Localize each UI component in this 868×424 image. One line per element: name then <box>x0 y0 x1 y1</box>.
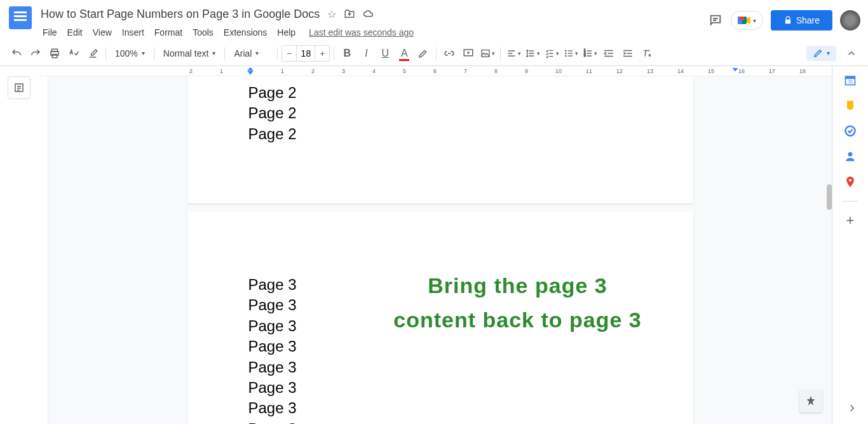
document-page-2[interactable]: Page 2Page 2Page 2 <box>187 76 693 203</box>
document-text-line[interactable]: Page 2 <box>248 124 632 144</box>
toolbar-separator <box>154 47 154 60</box>
svg-point-8 <box>565 50 567 51</box>
add-addon-button[interactable]: + <box>844 214 857 227</box>
toolbar-separator <box>224 47 225 60</box>
toolbar-separator <box>436 47 437 60</box>
menu-extensions[interactable]: Extensions <box>219 25 271 40</box>
keep-icon[interactable] <box>844 99 857 112</box>
hide-side-panel-button[interactable] <box>846 402 858 414</box>
toolbar-separator <box>105 47 106 60</box>
increase-indent-button[interactable] <box>619 44 637 62</box>
decrease-indent-button[interactable] <box>600 44 618 62</box>
paragraph-style-select[interactable]: Normal text <box>158 46 221 61</box>
menu-tools[interactable]: Tools <box>188 25 218 40</box>
ruler-tick: 16 <box>738 68 769 74</box>
vertical-ruler[interactable] <box>38 76 48 424</box>
undo-button[interactable] <box>8 44 25 62</box>
pages-container: Page 2Page 2Page 2 Page 3Page 3Page 3Pag… <box>38 76 832 424</box>
menu-help[interactable]: Help <box>273 25 300 40</box>
document-title[interactable]: How to Start Page Numbers on Page 3 in G… <box>38 6 322 22</box>
ruler-tick: 8 <box>494 68 525 74</box>
text-color-button[interactable]: A <box>395 44 413 62</box>
move-icon[interactable] <box>344 8 355 20</box>
document-page-3[interactable]: Page 3Page 3Page 3Page 3Page 3Page 3Page… <box>187 211 693 424</box>
zoom-select[interactable]: 100% <box>110 46 150 61</box>
scrollbar-thumb[interactable] <box>827 184 832 210</box>
title-area: How to Start Page Numbers on Page 3 in G… <box>38 5 708 40</box>
star-icon[interactable]: ☆ <box>327 8 336 20</box>
svg-text:3: 3 <box>584 54 586 57</box>
lock-icon <box>783 16 792 25</box>
paint-format-button[interactable] <box>84 44 102 62</box>
share-button[interactable]: Share <box>771 10 832 31</box>
menu-edit[interactable]: Edit <box>63 25 87 40</box>
ruler-tick: 6 <box>433 68 464 74</box>
document-text-line[interactable]: Page 2 <box>248 83 632 103</box>
calendar-icon[interactable]: 31 <box>844 74 857 86</box>
ruler-tick: 1 <box>281 68 311 74</box>
docs-logo[interactable] <box>8 5 33 31</box>
cloud-status-icon[interactable] <box>363 8 374 20</box>
show-outline-button[interactable] <box>8 76 31 99</box>
chevron-down-icon: ▾ <box>827 50 830 57</box>
increase-font-button[interactable]: + <box>315 46 329 61</box>
annotation-line: Bring the page 3 <box>372 268 664 303</box>
document-text-line[interactable]: Page 3 <box>248 357 632 378</box>
hide-menus-button[interactable] <box>843 44 860 62</box>
ruler-tick: 11 <box>586 68 616 74</box>
insert-link-button[interactable] <box>440 44 458 62</box>
font-size-control: − + <box>281 45 330 62</box>
document-text-line[interactable]: Page 2 <box>248 103 632 123</box>
tasks-icon[interactable] <box>844 125 857 137</box>
editing-mode-button[interactable]: ▾ <box>806 46 836 61</box>
line-spacing-button[interactable] <box>524 44 541 62</box>
ruler-tick: 17 <box>769 68 799 74</box>
document-scroll-area[interactable]: 21123456789101112131415161718 Page 2Page… <box>38 66 832 424</box>
ruler-tick: 2 <box>189 68 220 74</box>
document-text-line[interactable]: Page 3 <box>248 419 632 424</box>
font-size-input[interactable] <box>296 46 315 61</box>
meet-button[interactable]: ▾ <box>731 11 763 30</box>
document-text-line[interactable]: Page 3 <box>248 378 632 398</box>
bold-button[interactable]: B <box>338 44 356 62</box>
svg-rect-13 <box>568 55 573 56</box>
menu-format[interactable]: Format <box>150 25 187 40</box>
print-button[interactable] <box>46 44 64 62</box>
outline-panel <box>0 66 38 424</box>
horizontal-ruler[interactable]: 21123456789101112131415161718 <box>38 66 832 76</box>
contacts-icon[interactable] <box>844 150 857 163</box>
bulleted-list-button[interactable] <box>562 44 580 62</box>
spellcheck-button[interactable] <box>65 44 83 62</box>
checklist-button[interactable] <box>543 44 560 62</box>
toolbar-separator <box>277 47 278 60</box>
underline-button[interactable]: U <box>376 44 394 62</box>
menu-insert[interactable]: Insert <box>118 25 149 40</box>
font-select[interactable]: Arial <box>229 46 273 61</box>
highlight-button[interactable] <box>414 44 432 62</box>
align-button[interactable] <box>505 44 522 62</box>
ruler-tick: 4 <box>372 68 403 74</box>
comment-history-icon[interactable] <box>708 13 723 28</box>
ruler-tick: 2 <box>311 68 342 74</box>
redo-button[interactable] <box>27 44 44 62</box>
meet-icon <box>738 15 750 25</box>
clear-formatting-button[interactable] <box>638 44 656 62</box>
docs-icon <box>9 6 32 29</box>
account-avatar[interactable] <box>840 10 860 31</box>
menu-view[interactable]: View <box>88 25 116 40</box>
decrease-font-button[interactable]: − <box>282 46 296 61</box>
ruler-tick: 12 <box>616 68 647 74</box>
insert-image-button[interactable] <box>478 44 496 62</box>
add-comment-button[interactable] <box>459 44 477 62</box>
numbered-list-button[interactable]: 123 <box>581 44 599 62</box>
maps-icon[interactable] <box>844 175 857 188</box>
explore-button[interactable] <box>799 390 822 413</box>
italic-button[interactable]: I <box>357 44 375 62</box>
ruler-tick: 10 <box>555 68 586 74</box>
document-text-line[interactable]: Page 3 <box>248 398 632 418</box>
document-text-line[interactable]: Page 3 <box>248 336 632 357</box>
menu-file[interactable]: File <box>38 25 62 40</box>
ruler-tick: 14 <box>677 68 708 74</box>
last-edit-link[interactable]: Last edit was seconds ago <box>309 25 414 40</box>
svg-rect-11 <box>568 50 573 51</box>
